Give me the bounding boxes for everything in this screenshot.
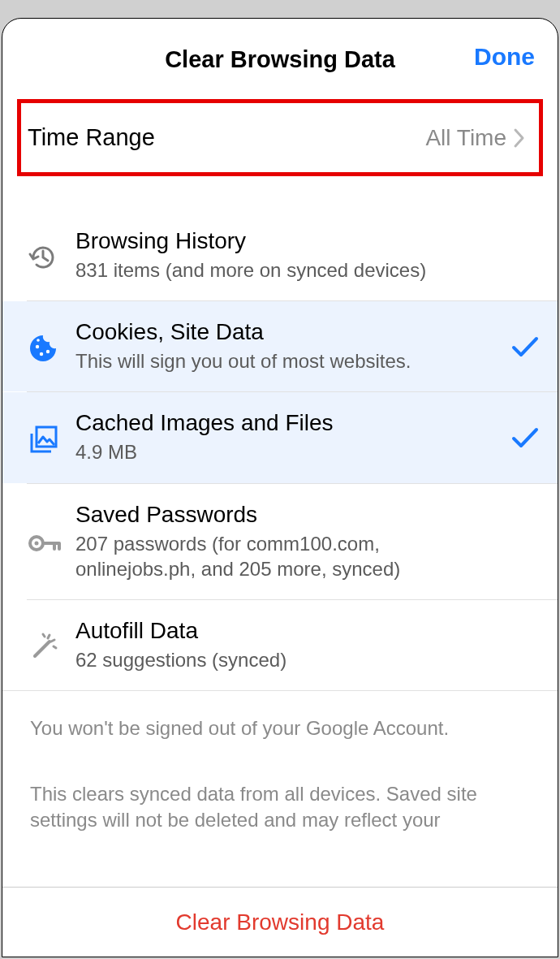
row-subtitle: 62 suggestions (synced) bbox=[75, 647, 502, 672]
footnote-sync-info: This clears synced data from all devices… bbox=[30, 781, 530, 834]
sheet-header: Clear Browsing Data Done bbox=[2, 19, 558, 99]
checkmark-icon bbox=[502, 335, 540, 359]
row-title: Saved Passwords bbox=[75, 502, 502, 528]
row-browsing-history[interactable]: Browsing History 831 items (and more on … bbox=[2, 210, 558, 300]
svg-point-3 bbox=[37, 339, 40, 342]
svg-point-2 bbox=[46, 350, 50, 353]
data-type-list: Browsing History 831 items (and more on … bbox=[2, 210, 558, 872]
bottom-toolbar: Clear Browsing Data bbox=[2, 887, 558, 957]
sheet-title: Clear Browsing Data bbox=[165, 46, 395, 72]
time-range-row[interactable]: Time Range All Time bbox=[17, 99, 543, 176]
svg-point-1 bbox=[40, 352, 43, 356]
svg-point-6 bbox=[35, 541, 39, 545]
history-icon bbox=[27, 238, 75, 274]
wand-icon bbox=[27, 627, 75, 664]
clear-browsing-data-sheet: Clear Browsing Data Done Time Range All … bbox=[2, 18, 558, 957]
row-title: Cached Images and Files bbox=[75, 410, 502, 436]
footnote-signed-in: You won't be signed out of your Google A… bbox=[30, 715, 530, 741]
done-button[interactable]: Done bbox=[474, 43, 535, 71]
row-subtitle: This will sign you out of most websites. bbox=[75, 348, 502, 374]
checkmark-icon bbox=[502, 426, 540, 450]
row-title: Browsing History bbox=[75, 228, 502, 254]
cookie-icon bbox=[27, 329, 75, 365]
row-subtitle: 831 items (and more on synced devices) bbox=[75, 257, 502, 283]
row-subtitle: 207 passwords (for comm100.com, onlinejo… bbox=[75, 531, 502, 581]
chevron-right-icon bbox=[513, 127, 526, 149]
clear-browsing-data-button[interactable]: Clear Browsing Data bbox=[176, 909, 385, 935]
time-range-value: All Time bbox=[425, 125, 506, 151]
time-range-label: Time Range bbox=[28, 124, 155, 151]
row-saved-passwords[interactable]: Saved Passwords 207 passwords (for comm1… bbox=[2, 484, 558, 599]
row-autofill[interactable]: Autofill Data 62 suggestions (synced) bbox=[2, 600, 558, 690]
key-icon bbox=[27, 524, 75, 559]
row-cookies[interactable]: Cookies, Site Data This will sign you ou… bbox=[2, 301, 558, 391]
row-title: Autofill Data bbox=[75, 618, 502, 644]
row-cached-images[interactable]: Cached Images and Files 4.9 MB bbox=[2, 392, 558, 482]
svg-point-0 bbox=[36, 345, 39, 348]
row-title: Cookies, Site Data bbox=[75, 319, 502, 345]
row-subtitle: 4.9 MB bbox=[75, 439, 502, 464]
images-icon bbox=[27, 419, 75, 456]
